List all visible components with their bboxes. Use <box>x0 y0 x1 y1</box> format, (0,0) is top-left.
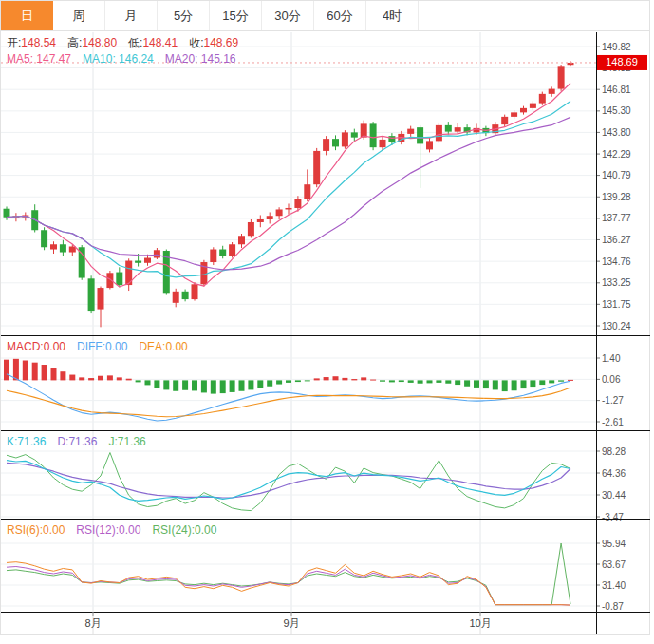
y-axis-tick-label: 64.36 <box>602 468 626 479</box>
candle <box>417 127 423 143</box>
y-axis-tick-label: 142.29 <box>602 149 631 160</box>
candle <box>238 236 245 244</box>
candle <box>520 108 527 113</box>
macd-bar <box>23 361 28 381</box>
candle <box>388 136 395 142</box>
macd-bar <box>380 380 385 381</box>
candle <box>173 292 179 303</box>
tab-15min[interactable]: 15分 <box>210 1 262 30</box>
kdj-item: K:71.36 <box>7 435 46 448</box>
dea-line <box>7 388 570 417</box>
x-axis-month-label: 9月 <box>283 617 299 629</box>
tab-30min[interactable]: 30分 <box>262 1 314 30</box>
macd-bar <box>445 380 451 383</box>
macd-bar <box>493 380 498 389</box>
macd-bar <box>220 380 226 393</box>
macd-bar <box>182 380 188 389</box>
candle <box>370 123 377 147</box>
tab-day[interactable]: 日 <box>1 1 53 30</box>
candle <box>276 209 283 216</box>
candle <box>88 278 95 311</box>
candle <box>342 132 348 146</box>
y-axis-tick-label: 133.25 <box>602 277 631 288</box>
candle <box>267 216 273 219</box>
macd-bar <box>32 363 38 381</box>
y-axis-tick-label: 30.44 <box>602 490 626 501</box>
macd-bar <box>201 380 207 392</box>
candle <box>558 66 565 88</box>
tab-week[interactable]: 周 <box>53 1 105 30</box>
macd-item: DIFF:0.00 <box>77 340 127 353</box>
macd-bar <box>154 380 159 388</box>
chart-canvas[interactable]: 149.82148.32146.81145.30143.80142.29140.… <box>1 1 651 635</box>
kdj-item: J:71.36 <box>108 435 145 448</box>
ohlc-item: 收:148.69 <box>189 35 238 51</box>
candle <box>182 292 189 299</box>
candle <box>41 230 47 247</box>
candle <box>426 141 433 149</box>
macd-bar <box>483 380 489 388</box>
candle <box>135 261 141 263</box>
candle <box>286 208 292 210</box>
candle <box>530 104 536 108</box>
tab-4hour[interactable]: 4时 <box>366 1 419 30</box>
last-price-badge-label: 148.69 <box>606 56 638 67</box>
y-axis-tick-label: -0.87 <box>602 601 624 612</box>
candle <box>4 209 10 218</box>
kdj-legend: K:71.36D:71.36J:71.36 <box>7 435 146 448</box>
macd-bar <box>539 380 545 385</box>
candle <box>60 244 66 252</box>
y-axis-tick-label: 98.28 <box>602 446 626 457</box>
ma-item: MA20: 145.16 <box>165 52 236 66</box>
candle <box>380 140 386 147</box>
candle <box>69 247 76 253</box>
kline-chart-widget: 日周月5分15分30分60分4时 149.82148.32146.81145.3… <box>0 0 650 635</box>
candle <box>192 284 198 299</box>
y-axis-tick-label: 140.79 <box>602 170 631 180</box>
y-axis-tick-label: 131.75 <box>602 299 631 310</box>
macd-bar <box>230 380 235 392</box>
macd-bar <box>126 379 132 381</box>
macd-bar <box>276 380 282 384</box>
rsi-legend: RSI(6):0.00RSI(12):0.00RSI(24):0.00 <box>7 523 216 537</box>
macd-bar <box>408 380 414 383</box>
y-axis-tick-label: -3.47 <box>602 512 624 522</box>
macd-bar <box>88 378 94 380</box>
candle <box>294 199 301 208</box>
ohlc-item: 低:148.41 <box>128 35 178 51</box>
y-axis-tick-label: 130.24 <box>602 321 631 331</box>
tab-5min[interactable]: 5分 <box>158 1 210 30</box>
macd-bar <box>51 368 57 380</box>
rsi-item: RSI(12):0.00 <box>76 523 140 537</box>
macd-bar <box>568 380 573 381</box>
candle <box>229 244 235 256</box>
y-axis-tick-label: 137.77 <box>602 213 631 223</box>
y-axis-tick-label: 0.06 <box>602 374 621 385</box>
y-axis-tick-label: 1.40 <box>602 353 621 364</box>
tab-60min[interactable]: 60分 <box>314 1 366 30</box>
candle <box>511 112 517 117</box>
macd-bar <box>107 375 113 380</box>
y-axis-tick-label: 145.30 <box>602 105 631 116</box>
candle <box>455 127 461 132</box>
macd-bar <box>79 377 84 380</box>
macd-bar <box>98 376 103 381</box>
ma-item: MA10: 146.24 <box>83 52 154 66</box>
macd-bar <box>324 377 329 380</box>
rsi-item: RSI(6):0.00 <box>7 523 65 537</box>
macd-bar <box>464 380 470 386</box>
macd-bar <box>4 360 9 381</box>
ma-item: MA5: 147.47 <box>7 52 71 66</box>
candle <box>50 244 57 249</box>
macd-bar <box>474 380 479 388</box>
candle <box>445 125 452 132</box>
macd-item: DEA:0.00 <box>139 340 187 353</box>
macd-bar <box>136 380 141 382</box>
macd-bar <box>267 380 272 386</box>
macd-bar <box>399 380 404 382</box>
candle <box>248 222 254 236</box>
macd-bar <box>192 380 197 390</box>
tab-month[interactable]: 月 <box>105 1 158 30</box>
rsi24-line <box>7 543 570 605</box>
macd-bar <box>436 380 441 383</box>
